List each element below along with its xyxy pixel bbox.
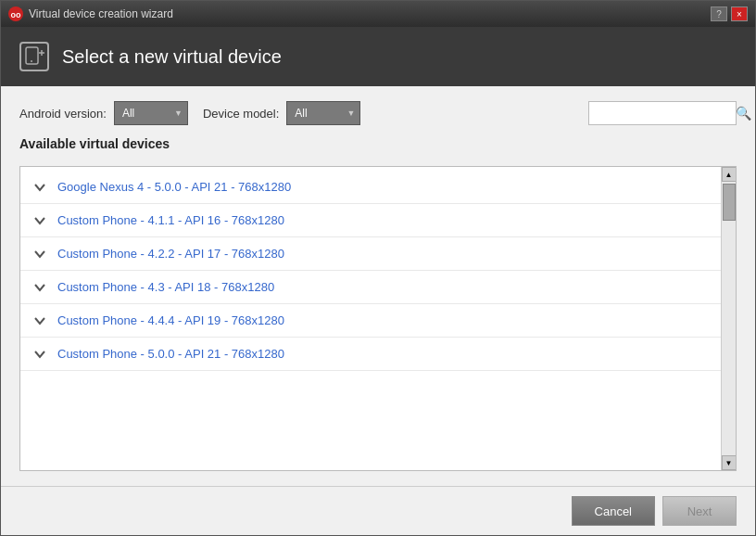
chevron-down-icon xyxy=(33,316,48,325)
list-item[interactable]: Google Nexus 4 - 5.0.0 - API 21 - 768x12… xyxy=(20,171,721,204)
search-box[interactable]: 🔍 xyxy=(588,101,737,125)
device-name: Custom Phone - 4.3 - API 18 - 768x1280 xyxy=(57,280,274,294)
device-name: Custom Phone - 4.1.1 - API 16 - 768x1280 xyxy=(57,213,284,227)
close-button[interactable]: × xyxy=(731,6,748,21)
scrollbar[interactable]: ▲ ▼ xyxy=(721,167,736,470)
chevron-down-icon xyxy=(33,350,48,359)
scroll-down-button[interactable]: ▼ xyxy=(722,455,737,470)
android-version-select-wrapper[interactable]: All xyxy=(114,101,188,125)
android-version-select[interactable]: All xyxy=(114,101,188,125)
chevron-down-icon xyxy=(33,249,48,259)
search-input[interactable] xyxy=(593,107,732,120)
device-list-inner: Google Nexus 4 - 5.0.0 - API 21 - 768x12… xyxy=(20,171,736,371)
title-bar: oo Virtual device creation wizard ? × xyxy=(1,1,755,27)
svg-point-3 xyxy=(31,60,32,62)
next-button[interactable]: Next xyxy=(662,496,737,526)
device-name: Custom Phone - 5.0.0 - API 21 - 768x1280 xyxy=(57,347,284,361)
svg-text:oo: oo xyxy=(11,10,21,19)
list-item[interactable]: Custom Phone - 4.1.1 - API 16 - 768x1280 xyxy=(20,204,721,237)
section-title: Available virtual devices xyxy=(19,136,737,151)
chevron-down-icon xyxy=(33,283,48,292)
list-item[interactable]: Custom Phone - 4.3 - API 18 - 768x1280 xyxy=(20,271,721,304)
scroll-track[interactable] xyxy=(722,182,736,455)
title-bar-buttons: ? × xyxy=(711,6,748,21)
android-version-filter: Android version: All xyxy=(19,101,188,125)
device-name: Custom Phone - 4.4.4 - API 19 - 768x1280 xyxy=(57,313,284,327)
list-item[interactable]: Custom Phone - 4.4.4 - API 19 - 768x1280 xyxy=(20,304,721,338)
search-icon: 🔍 xyxy=(736,106,751,121)
device-name: Google Nexus 4 - 5.0.0 - API 21 - 768x12… xyxy=(57,180,291,194)
window-title: Virtual device creation wizard xyxy=(29,7,173,20)
dialog-content: Android version: All Device model: All 🔍 xyxy=(1,86,755,486)
scroll-up-button[interactable]: ▲ xyxy=(722,167,737,182)
device-name: Custom Phone - 4.2.2 - API 17 - 768x1280 xyxy=(57,247,284,261)
list-item[interactable]: Custom Phone - 5.0.0 - API 21 - 768x1280 xyxy=(20,338,721,371)
device-list-container: Google Nexus 4 - 5.0.0 - API 21 - 768x12… xyxy=(19,166,737,471)
chevron-down-icon xyxy=(33,216,48,225)
chevron-down-icon xyxy=(33,183,48,192)
cancel-button[interactable]: Cancel xyxy=(572,496,655,526)
filter-bar: Android version: All Device model: All 🔍 xyxy=(19,101,737,125)
device-model-label: Device model: xyxy=(203,107,279,121)
dialog-header: Select a new virtual device xyxy=(1,27,755,86)
dialog-footer: Cancel Next xyxy=(1,486,755,535)
dialog-title: Select a new virtual device xyxy=(62,46,282,68)
list-item[interactable]: Custom Phone - 4.2.2 - API 17 - 768x1280 xyxy=(20,237,721,271)
device-model-select[interactable]: All xyxy=(286,101,360,125)
scroll-thumb[interactable] xyxy=(723,184,736,221)
device-model-filter: Device model: All xyxy=(203,101,360,125)
app-icon: oo xyxy=(8,6,23,21)
main-window: oo Virtual device creation wizard ? × Se… xyxy=(0,0,756,536)
virtual-device-icon xyxy=(19,42,49,71)
device-model-select-wrapper[interactable]: All xyxy=(286,101,360,125)
android-version-label: Android version: xyxy=(19,107,107,121)
device-list: Google Nexus 4 - 5.0.0 - API 21 - 768x12… xyxy=(20,167,736,470)
title-bar-left: oo Virtual device creation wizard xyxy=(8,6,173,21)
help-button[interactable]: ? xyxy=(711,6,727,21)
